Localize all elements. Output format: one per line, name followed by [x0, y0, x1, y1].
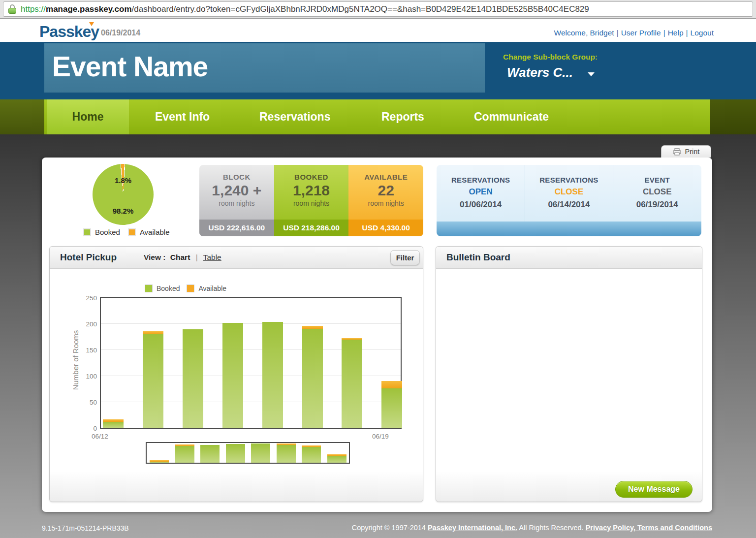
hotel-pickup-header: Hotel Pickup View : Chart | Table Filter [50, 247, 423, 269]
booked-swatch [145, 285, 153, 292]
x-tick-end: 06/19 [366, 433, 395, 440]
user-profile-link[interactable]: User Profile [621, 29, 661, 37]
app-header: Passkey 06/19/2014 Welcome, Bridget|User… [0, 19, 756, 42]
event-banner: Event Name Change Sub-block Group: Water… [0, 42, 756, 99]
available-usd: USD 4,330.00 [348, 220, 423, 236]
view-controls: View : Chart | Table [144, 253, 221, 262]
new-message-button[interactable]: New Message [615, 481, 693, 498]
url-path: /dashboard/entry.do?token=cGFydGljaXBhbn… [132, 4, 589, 14]
nav-tab-event-info[interactable]: Event Info [155, 99, 210, 134]
help-link[interactable]: Help [668, 29, 684, 37]
hotel-pickup-panel: Hotel Pickup View : Chart | Table Filter… [49, 246, 423, 502]
passkey-logo: Passkey [39, 23, 99, 41]
nav-tab-home[interactable]: Home [47, 99, 129, 134]
available-stat: AVAILABLE 22 room nights USD 4,330.00 [348, 165, 423, 236]
x-tick-start: 06/12 [85, 433, 115, 440]
pie-available-pct: 1.8% [98, 176, 148, 185]
reservations-open: RESERVATIONS OPEN 01/06/2014 [437, 165, 525, 222]
available-swatch [128, 228, 136, 236]
occupancy-pie-chart [93, 164, 154, 225]
header-date: 06/19/2014 [101, 29, 140, 37]
view-chart-toggle[interactable]: Chart [170, 253, 190, 261]
bar-06/16 [262, 322, 283, 428]
url-field[interactable]: https://manage.passkey.com/dashboard/ent… [3, 1, 753, 17]
bar-06/13 [143, 331, 163, 428]
header-links: Welcome, Bridget|User Profile|Help|Logou… [554, 29, 714, 37]
subblock-group-dropdown[interactable]: Waters C... [507, 65, 573, 80]
event-name-box: Event Name [44, 43, 485, 93]
lock-icon [8, 4, 16, 14]
room-night-stats: BLOCK 1,240 + room nights USD 222,616.00… [199, 165, 423, 236]
view-table-toggle[interactable]: Table [203, 253, 221, 261]
available-swatch [187, 285, 194, 292]
booked-usd: USD 218,286.00 [274, 220, 349, 236]
legal-link[interactable]: Privacy Policy, Terms and Conditions [586, 524, 712, 532]
bar-06/18 [342, 338, 362, 428]
welcome-text: Welcome, Bridget [554, 29, 614, 37]
company-link[interactable]: Passkey International, Inc. [428, 524, 517, 532]
url-domain: manage.passkey.com [46, 4, 132, 14]
bar-06/19 [381, 381, 402, 428]
change-subblock-label: Change Sub-block Group: [503, 53, 598, 62]
event-name-title: Event Name [52, 50, 208, 83]
hotel-pickup-title: Hotel Pickup [60, 252, 117, 263]
footer-version: 9.15-171m-051214-PRB33B [42, 524, 129, 532]
block-usd: USD 222,616.00 [199, 220, 274, 236]
bulletin-board-header: Bulletin Board [436, 247, 702, 269]
booked-stat: BOOKED 1,218 room nights USD 218,286.00 [274, 165, 349, 236]
logout-link[interactable]: Logout [691, 29, 714, 37]
bulletin-board-title: Bulletin Board [446, 252, 510, 263]
bar-06/14 [183, 329, 203, 428]
nav-tab-reservations[interactable]: Reservations [259, 99, 330, 134]
browser-url-bar: https://manage.passkey.com/dashboard/ent… [0, 0, 756, 19]
page-background: Print 1.8% 98.2% Booked Available BLOCK … [0, 134, 756, 538]
printer-icon [673, 148, 681, 156]
y-axis-label: Number of Rooms [71, 321, 80, 400]
dashboard-panel: Print 1.8% 98.2% Booked Available BLOCK … [42, 158, 712, 512]
url-scheme: https:// [21, 4, 46, 14]
filter-button[interactable]: Filter [390, 250, 420, 265]
event-close: EVENT CLOSE 06/19/2014 [613, 165, 701, 222]
pie-legend: Booked Available [83, 228, 169, 236]
bar-06/15 [222, 323, 243, 428]
nav-tab-reports[interactable]: Reports [381, 99, 424, 134]
main-nav: Home Event Info Reservations Reports Com… [0, 99, 756, 134]
logo-caret-icon [89, 22, 94, 26]
reservations-close: RESERVATIONS CLOSE 06/14/2014 [525, 165, 613, 222]
pie-booked-pct: 98.2% [98, 207, 148, 215]
booked-swatch [83, 228, 91, 236]
dropdown-caret-icon[interactable] [588, 72, 595, 76]
event-dates-panel: RESERVATIONS OPEN 01/06/2014 RESERVATION… [437, 165, 701, 236]
nav-tab-communicate[interactable]: Communicate [474, 99, 549, 134]
dates-panel-footer [437, 222, 701, 236]
chart-legend: Booked Available [145, 285, 226, 292]
block-stat: BLOCK 1,240 + room nights USD 222,616.00 [199, 165, 274, 236]
bar-06/12 [103, 419, 124, 428]
pickup-bar-chart [100, 297, 402, 429]
print-button[interactable]: Print [661, 145, 711, 158]
bar-06/17 [302, 326, 323, 428]
footer-copyright: Copyright © 1997-2014 Passkey Internatio… [352, 524, 712, 532]
pickup-overview-chart[interactable] [146, 442, 350, 464]
bulletin-board-panel: Bulletin Board New Message [436, 246, 702, 502]
